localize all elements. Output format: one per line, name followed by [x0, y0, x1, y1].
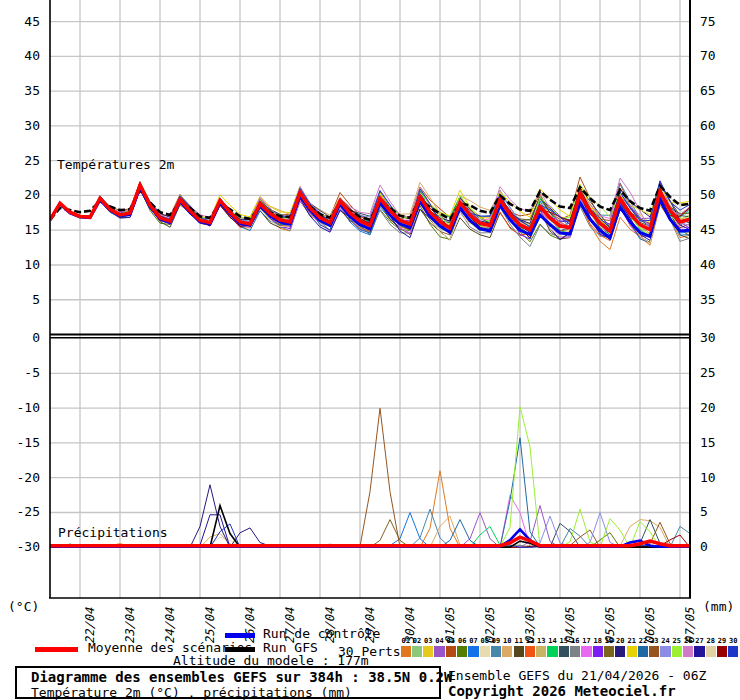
- pert-member-cell: 08: [479, 637, 490, 659]
- pert-member-color-swatch: [525, 646, 535, 657]
- pert-member-number: 24: [660, 637, 671, 645]
- temp-left-tick: 40: [4, 49, 40, 63]
- pert-member-color-swatch: [491, 646, 501, 657]
- pert-member-color-swatch: [434, 646, 444, 657]
- pert-member-color-swatch: [401, 646, 411, 657]
- temp-right-tick: 40: [700, 258, 736, 272]
- pert-member-color-swatch: [559, 646, 569, 657]
- temp-right-tick: 60: [700, 119, 736, 133]
- pert-member-color-swatch: [717, 646, 727, 657]
- legend-gfs-swatch: [225, 647, 255, 652]
- pert-member-color-swatch: [457, 646, 467, 657]
- temp-right-tick: 70: [700, 49, 736, 63]
- pert-member-cell: 23: [649, 637, 660, 659]
- precip-right-tick: 20: [700, 401, 736, 415]
- temp-left-tick: 0: [4, 331, 40, 345]
- pert-member-number: 07: [468, 637, 479, 645]
- pert-member-cell: 24: [660, 637, 671, 659]
- date-label: 25/04: [203, 599, 217, 644]
- pert-member-color-swatch: [615, 646, 625, 657]
- temp-right-tick: 75: [700, 15, 736, 29]
- pert-member-color-swatch: [593, 646, 603, 657]
- date-label: 24/04: [163, 599, 177, 644]
- pert-member-cell: 04: [434, 637, 445, 659]
- date-label: 22/04: [83, 599, 97, 644]
- pert-member-number: 28: [705, 637, 716, 645]
- precip-left-tick: -15: [4, 436, 40, 450]
- pert-member-number: 12: [524, 637, 535, 645]
- pert-member-cell: 19: [603, 637, 614, 659]
- pert-member-number: 03: [423, 637, 434, 645]
- precip-left-tick: -5: [4, 366, 40, 380]
- pert-member-color-swatch: [728, 646, 738, 657]
- pert-member-cell: 20: [615, 637, 626, 659]
- temp-left-tick: 35: [4, 84, 40, 98]
- precip-right-tick: 25: [700, 366, 736, 380]
- pert-member-cell: 30: [728, 637, 739, 659]
- perturbation-color-strip: 0102030405060708091011121314151617181920…: [400, 637, 739, 659]
- pert-member-cell: 26: [683, 637, 694, 659]
- pert-member-number: 22: [637, 637, 648, 645]
- pert-member-number: 17: [581, 637, 592, 645]
- run-info-label: Ensemble GEFS du 21/04/2026 - 06Z: [448, 668, 706, 683]
- temp-left-tick: 30: [4, 119, 40, 133]
- pert-member-color-swatch: [581, 646, 591, 657]
- precip-right-tick: 10: [700, 471, 736, 485]
- copyright-label: Copyright 2026 Meteociel.fr: [448, 683, 676, 699]
- pert-member-cell: 17: [581, 637, 592, 659]
- pert-member-cell: 25: [671, 637, 682, 659]
- pert-member-number: 10: [502, 637, 513, 645]
- pert-member-cell: 06: [457, 637, 468, 659]
- pert-member-cell: 22: [637, 637, 648, 659]
- pert-member-color-swatch: [514, 646, 524, 657]
- precip-left-tick: -20: [4, 471, 40, 485]
- pert-member-number: 08: [479, 637, 490, 645]
- pert-member-cell: 21: [626, 637, 637, 659]
- pert-member-cell: 11: [513, 637, 524, 659]
- pert-member-cell: 14: [547, 637, 558, 659]
- pert-member-number: 16: [570, 637, 581, 645]
- pert-member-color-swatch: [694, 646, 704, 657]
- pert-member-number: 13: [536, 637, 547, 645]
- temp-right-tick: 30: [700, 331, 736, 345]
- pert-member-cell: 05: [445, 637, 456, 659]
- temp-right-tick: 55: [700, 154, 736, 168]
- pert-member-number: 27: [694, 637, 705, 645]
- pert-member-color-swatch: [502, 646, 512, 657]
- pert-member-number: 01: [400, 637, 411, 645]
- pert-member-number: 11: [513, 637, 524, 645]
- pert-member-color-swatch: [649, 646, 659, 657]
- pert-member-number: 19: [603, 637, 614, 645]
- pert-member-number: 20: [615, 637, 626, 645]
- temp-left-tick: 10: [4, 258, 40, 272]
- precip-left-tick: -25: [4, 505, 40, 519]
- precip-right-tick: 5: [700, 505, 736, 519]
- left-axis-unit-label: (°C): [8, 599, 39, 614]
- right-axis-unit-label: (mm): [703, 599, 734, 614]
- gefs-ensemble-meteogram: Températures 2m Précipitations (°C) (mm)…: [0, 0, 740, 700]
- pert-member-color-swatch: [480, 646, 490, 657]
- pert-member-cell: 28: [705, 637, 716, 659]
- temp-right-tick: 45: [700, 223, 736, 237]
- pert-member-cell: 16: [570, 637, 581, 659]
- pert-member-color-swatch: [627, 646, 637, 657]
- pert-member-number: 21: [626, 637, 637, 645]
- precip-right-tick: 15: [700, 436, 736, 450]
- pert-member-number: 29: [716, 637, 727, 645]
- temp-left-tick: 25: [4, 154, 40, 168]
- pert-member-color-swatch: [446, 646, 456, 657]
- pert-member-cell: 10: [502, 637, 513, 659]
- precip-left-tick: -10: [4, 401, 40, 415]
- pert-member-number: 06: [457, 637, 468, 645]
- pert-member-color-swatch: [468, 646, 478, 657]
- temperature-panel-label: Températures 2m: [57, 157, 174, 172]
- pert-member-number: 15: [558, 637, 569, 645]
- legend-mean-swatch: [35, 647, 78, 652]
- pert-member-color-swatch: [672, 646, 682, 657]
- pert-member-color-swatch: [412, 646, 422, 657]
- pert-member-cell: 12: [524, 637, 535, 659]
- pert-member-cell: 29: [716, 637, 727, 659]
- temp-left-tick: 15: [4, 223, 40, 237]
- diagram-subtitle: Température 2m (°C) , précipitations (mm…: [31, 685, 439, 700]
- pert-member-number: 05: [445, 637, 456, 645]
